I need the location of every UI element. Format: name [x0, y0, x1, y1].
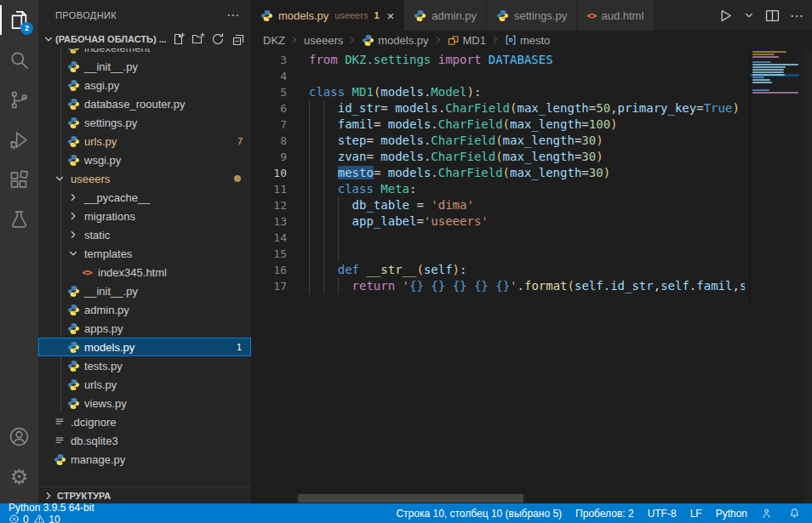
py-symbol-icon	[362, 34, 375, 47]
python-interpreter-status[interactable]: Python 3.9.5 64-bit	[9, 502, 94, 514]
activity-testing-icon[interactable]	[0, 200, 38, 240]
tree-item-views-py[interactable]: views.py	[38, 394, 251, 412]
run-button[interactable]	[718, 9, 733, 23]
code-token: :	[409, 182, 416, 196]
tree-item-wsgi-py[interactable]: wsgi.py	[38, 151, 251, 169]
explorer-more-actions-icon[interactable]: ⋯	[226, 8, 239, 23]
minimap-line	[752, 71, 784, 73]
tree-item-tests-py[interactable]: tests.py	[38, 356, 251, 375]
code-token: MD1	[352, 85, 374, 99]
indent-guide	[309, 100, 310, 117]
code-line-9[interactable]: 9 zvan= models.CharField(max_length=30)	[251, 149, 745, 165]
code-token: app_label	[352, 214, 417, 228]
minimap[interactable]	[749, 49, 799, 304]
line-number: 16	[251, 262, 287, 278]
tree-item-manage-py[interactable]: manage.py	[38, 450, 251, 469]
code-line-11[interactable]: 11 class Meta:	[251, 181, 745, 197]
notifications-bell-icon[interactable]	[789, 508, 803, 519]
vscode-window: 2 ⚙ ПРОВОДНИК ⋯ (РАБОЧАЯ ОБЛАСТЬ) ... in…	[0, 0, 812, 523]
code-line-15[interactable]: 15	[251, 246, 745, 262]
feedback-icon[interactable]	[761, 508, 775, 519]
code-line-13[interactable]: 13 app_label='useeers'	[251, 213, 745, 230]
code-line-12[interactable]: 12 db_table = 'dima'	[251, 197, 745, 213]
tree-item-migrations[interactable]: migrations	[38, 207, 251, 225]
collapse-all-icon[interactable]	[231, 32, 244, 46]
code-line-10[interactable]: 10 mesto= models.CharField(max_length=30…	[251, 165, 745, 181]
tree-item-asgi-py[interactable]: asgi.py	[38, 76, 251, 94]
tree-item--init-py[interactable]: __init__.py	[38, 57, 251, 76]
tab-models-py[interactable]: models.pyuseeers1×	[251, 0, 404, 31]
tree-item-static[interactable]: static	[38, 225, 251, 244]
indentation-status[interactable]: Пробелов: 2	[575, 508, 634, 520]
run-dropdown-icon[interactable]	[743, 9, 755, 21]
tree-item-useeers[interactable]: useeers	[38, 169, 251, 188]
code-token: Meta	[380, 182, 409, 196]
activity-bar-top: 2	[0, 0, 38, 240]
tree-item-indexelement[interactable]: indexelement	[38, 48, 251, 57]
tree-item--pycache-[interactable]: __pycache__	[38, 188, 251, 207]
close-icon[interactable]: ×	[387, 9, 395, 22]
code-line-3[interactable]: 3from DKZ.settings import DATABASES	[251, 52, 745, 68]
tab-label: models.py	[278, 9, 329, 22]
chevron-down-icon	[42, 33, 55, 45]
activity-run-debug-icon[interactable]	[0, 120, 38, 160]
code-line-17[interactable]: 17 return '{} {} {} {} {}'.format(self.i…	[251, 278, 745, 294]
breadcrumb-item-models-py[interactable]: models.py	[362, 34, 428, 47]
code-token: (	[495, 134, 502, 147]
tab-aud-html[interactable]: <>aud.html	[577, 0, 654, 31]
tree-item-label: wsgi.py	[84, 154, 121, 167]
code-line-14[interactable]: 14	[251, 230, 745, 246]
refresh-icon[interactable]	[211, 32, 225, 46]
tree-item-index345-html[interactable]: <>index345.html	[38, 263, 251, 281]
tree-item-db-sqlite3[interactable]: db.sqlite3	[38, 431, 251, 450]
code-line-4[interactable]: 4	[251, 68, 745, 84]
breadcrumb-item-useeers[interactable]: useeers	[304, 34, 343, 47]
breadcrumb-item-mesto[interactable]: mesto	[505, 34, 550, 47]
activity-source-control-icon[interactable]	[0, 80, 38, 120]
encoding-status[interactable]: UTF-8	[648, 508, 677, 520]
tree-item--init-py[interactable]: __init__.py	[38, 281, 251, 300]
activity-extensions-icon[interactable]	[0, 160, 38, 200]
vertical-scrollbar[interactable]	[803, 49, 812, 503]
code-line-6[interactable]: 6 id_str= models.CharField(max_length=50…	[251, 100, 745, 117]
split-editor-icon[interactable]	[765, 9, 780, 23]
tab-admin-py[interactable]: admin.py	[404, 0, 487, 31]
breadcrumb-item-dkz[interactable]: DKZ	[263, 34, 285, 47]
tree-item-urls-py[interactable]: urls.py7	[38, 132, 251, 151]
tree-item-models-py[interactable]: models.py1	[38, 338, 251, 356]
eol-status[interactable]: LF	[690, 508, 702, 520]
activity-explorer-icon[interactable]: 2	[0, 0, 38, 40]
workspace-label: (РАБОЧАЯ ОБЛАСТЬ) ...	[55, 34, 166, 44]
activity-account-icon[interactable]	[0, 417, 38, 457]
tree-item-admin-py[interactable]: admin.py	[38, 300, 251, 319]
activity-settings-icon[interactable]: ⚙	[0, 457, 38, 497]
code-token: =	[366, 150, 380, 163]
code-line-8[interactable]: 8 step= models.CharField(max_length=30)	[251, 133, 745, 149]
activity-search-icon[interactable]	[0, 40, 38, 80]
tree-item-templates[interactable]: templates	[38, 244, 251, 263]
code-token: ,	[654, 279, 660, 293]
new-folder-icon[interactable]	[192, 32, 205, 46]
language-mode-status[interactable]: Python	[716, 508, 747, 520]
code-line-5[interactable]: 5class MD1(models.Model):	[251, 84, 745, 100]
code-token: id_str	[338, 101, 381, 115]
horizontal-scrollbar[interactable]	[298, 494, 523, 503]
py-file-icon	[66, 341, 80, 354]
breadcrumb-item-md1[interactable]: MD1	[448, 34, 486, 47]
code-line-16[interactable]: 16 def __str__(self):	[251, 262, 745, 278]
tree-item--dcignore[interactable]: .dcignore	[38, 412, 251, 431]
indent-guide	[338, 246, 339, 262]
tree-item-settings-py[interactable]: settings.py	[38, 113, 251, 132]
cursor-position-status[interactable]: Строка 10, столбец 10 (выбрано 5)	[396, 508, 562, 520]
more-actions-icon[interactable]: ⋯	[790, 8, 803, 24]
code-editor[interactable]: 3from DKZ.settings import DATABASES45cla…	[251, 49, 745, 304]
code-line-7[interactable]: 7 famil= models.CharField(max_length=100…	[251, 117, 745, 133]
selected-text: mesto	[338, 166, 374, 179]
workspace-section-header[interactable]: (РАБОЧАЯ ОБЛАСТЬ) ...	[38, 30, 251, 48]
tree-item-apps-py[interactable]: apps.py	[38, 319, 251, 338]
problems-status[interactable]: 0 10	[9, 514, 94, 523]
tree-item-database-roouter-py[interactable]: database_roouter.py	[38, 94, 251, 113]
new-file-icon[interactable]	[172, 32, 186, 46]
tree-item-urls-py[interactable]: urls.py	[38, 375, 251, 394]
tab-settings-py[interactable]: settings.py	[487, 0, 577, 31]
